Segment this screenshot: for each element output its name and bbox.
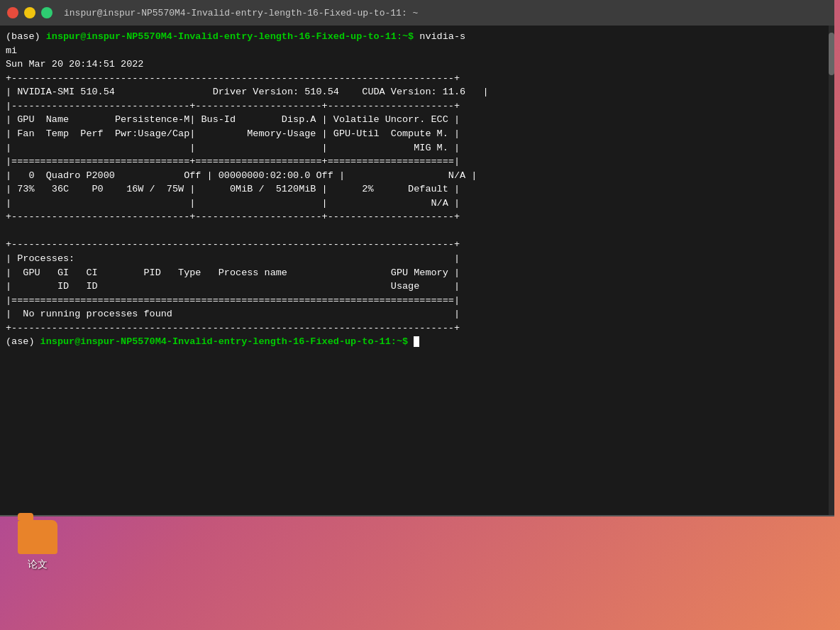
folder-icon[interactable] (18, 520, 57, 554)
scrollbar[interactable] (829, 26, 834, 515)
maximize-button[interactable] (41, 7, 52, 18)
minimize-button[interactable] (24, 7, 35, 18)
window-title: inspur@inspur-NP5570M4-Invalid-entry-len… (64, 8, 418, 18)
folder-icon-item[interactable]: 论文 (18, 520, 57, 571)
desktop-area: 论文 (0, 509, 840, 630)
terminal-content[interactable]: (base) inspur@inspur-NP5570M4-Invalid-en… (0, 26, 834, 515)
title-bar: inspur@inspur-NP5570M4-Invalid-entry-len… (0, 0, 834, 26)
terminal-output: (base) inspur@inspur-NP5570M4-Invalid-en… (6, 30, 829, 349)
scrollbar-thumb[interactable] (829, 33, 834, 75)
close-button[interactable] (7, 7, 18, 18)
folder-label: 论文 (28, 558, 48, 571)
terminal-window: inspur@inspur-NP5570M4-Invalid-entry-len… (0, 0, 834, 516)
